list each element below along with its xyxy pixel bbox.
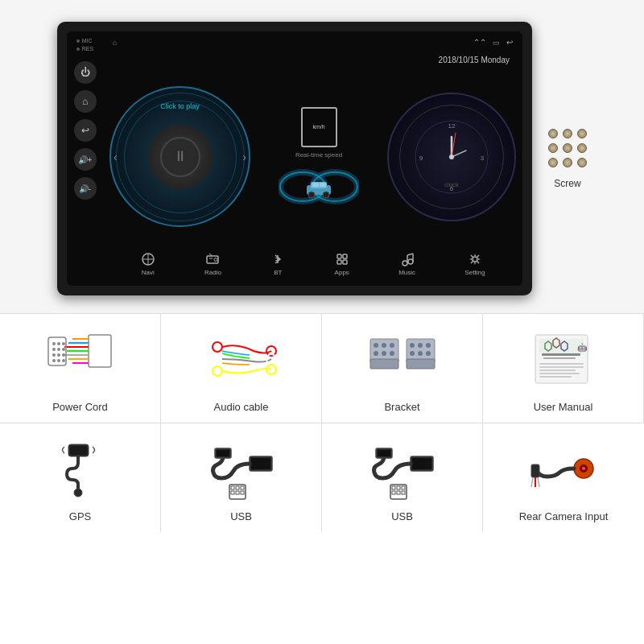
prev-arrow[interactable]: ‹ [114, 151, 118, 163]
svg-point-74 [418, 343, 423, 348]
svg-rect-99 [217, 450, 229, 456]
accessories-grid: Power Cord Audio c [0, 314, 644, 532]
screw-5 [563, 143, 572, 153]
svg-rect-116 [402, 486, 405, 489]
power-cord-image [44, 328, 117, 393]
nav-radio[interactable]: Radio [204, 252, 221, 276]
next-arrow[interactable]: › [242, 151, 246, 163]
setting-label: Setting [464, 269, 485, 276]
play-button[interactable]: ⏸ [160, 137, 200, 177]
screw-6 [577, 143, 587, 153]
svg-point-78 [426, 351, 431, 356]
svg-rect-121 [531, 464, 539, 477]
svg-point-95 [74, 489, 82, 497]
svg-point-57 [213, 342, 222, 352]
setting-icon [468, 252, 482, 266]
usb1-svg [205, 440, 278, 501]
svg-rect-100 [229, 485, 246, 499]
radio-label: Radio [204, 269, 221, 276]
audio-cable-cell: Audio cable [161, 314, 322, 423]
svg-rect-106 [241, 491, 244, 494]
nav-bt[interactable]: BT [270, 252, 285, 276]
svg-rect-9 [320, 183, 326, 187]
svg-point-7 [323, 192, 329, 198]
svg-point-56 [62, 359, 65, 362]
screws-grid [548, 129, 587, 167]
car-image [279, 163, 359, 207]
screw-1 [548, 129, 558, 138]
bt-label: BT [274, 269, 282, 276]
svg-rect-28 [337, 260, 341, 264]
clock-label: clock [444, 181, 459, 188]
svg-text:12: 12 [448, 122, 456, 130]
svg-rect-29 [343, 260, 347, 264]
usb2-cell: USB [322, 423, 483, 532]
gps-cell: GPS [0, 423, 161, 532]
nav-music[interactable]: Music [398, 252, 415, 276]
clock-display: 12 3 6 9 [387, 93, 516, 221]
svg-rect-64 [370, 359, 398, 369]
svg-point-58 [213, 354, 222, 364]
svg-rect-26 [337, 254, 341, 258]
power-button[interactable]: ⏻ [74, 61, 97, 84]
screw-4 [548, 143, 558, 153]
speed-box: km/h [301, 107, 337, 147]
bracket-svg [366, 331, 439, 391]
gps-svg [48, 440, 113, 501]
svg-rect-87 [543, 357, 576, 359]
apps-icon [335, 252, 349, 266]
nav-apps[interactable]: Apps [335, 252, 349, 276]
svg-point-66 [382, 343, 386, 348]
car-icon [279, 163, 359, 207]
gps-label: GPS [69, 510, 91, 522]
svg-rect-111 [390, 485, 407, 499]
svg-rect-36 [89, 335, 111, 367]
user-manual-label: User Manual [534, 401, 593, 413]
center-info: km/h Real-time speed [257, 107, 381, 207]
volume-down-button[interactable]: 🔊- [74, 177, 97, 200]
power-cord-svg [44, 331, 117, 391]
home-button[interactable]: ⌂ [74, 90, 97, 113]
back-button[interactable]: ↩ [74, 119, 97, 142]
svg-point-30 [402, 261, 407, 266]
svg-rect-101 [231, 486, 234, 489]
svg-point-46 [57, 342, 60, 345]
svg-point-31 [408, 259, 413, 264]
click-to-play-label[interactable]: Click to play [160, 102, 200, 110]
svg-point-67 [390, 343, 394, 348]
svg-line-124 [538, 477, 539, 487]
usb2-image [366, 438, 439, 502]
power-cord-label: Power Cord [52, 401, 108, 413]
svg-rect-97 [251, 458, 270, 469]
svg-rect-102 [236, 486, 239, 489]
svg-point-120 [582, 467, 585, 470]
svg-text:3: 3 [481, 155, 485, 162]
svg-point-68 [374, 351, 378, 356]
nav-navi[interactable]: Navi [141, 252, 155, 276]
navi-label: Navi [142, 269, 155, 276]
svg-rect-72 [407, 359, 435, 369]
top-bar-left: ⌂ [113, 39, 117, 47]
user-manual-cell: 🤖 User Manual [483, 314, 644, 423]
svg-point-69 [382, 351, 386, 356]
album-art: ⏸ [148, 125, 213, 189]
svg-rect-113 [397, 486, 400, 489]
mic-res-indicators: MIC RES [76, 38, 93, 52]
chevron-up-icon: ⌃⌃ [473, 38, 486, 47]
mic-label: MIC [76, 38, 93, 43]
rear-camera-cell: Rear Camera Input [483, 423, 644, 532]
screws-section: Screw [548, 129, 587, 189]
volume-up-button[interactable]: 🔊+ [74, 148, 97, 171]
nav-setting[interactable]: Setting [464, 252, 485, 276]
usb2-label: USB [391, 510, 413, 522]
radio-icon [205, 252, 220, 266]
gps-image [48, 438, 113, 502]
audio-cable-svg [205, 331, 278, 391]
user-manual-image: 🤖 [527, 328, 600, 393]
circle-background: Click to play ⏸ [109, 86, 250, 227]
media-player-circle[interactable]: Click to play ⏸ ‹ › [109, 86, 250, 227]
svg-point-73 [410, 343, 415, 348]
svg-text:9: 9 [419, 155, 423, 162]
stereo-screen: MIC RES ⏻ ⌂ ↩ 🔊+ 🔊- ⌂ [67, 31, 522, 286]
svg-point-52 [57, 353, 60, 357]
